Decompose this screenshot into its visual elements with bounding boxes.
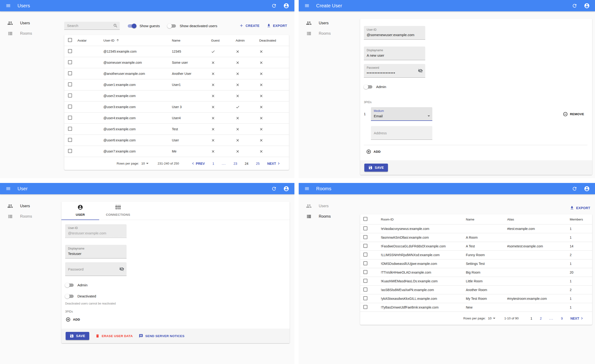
- room-row[interactable]: !TyBasDmweIJdfFaeBmk:example.comNew1: [360, 303, 592, 312]
- menu-icon[interactable]: [5, 186, 11, 192]
- prev-page-button[interactable]: PREV: [191, 161, 205, 166]
- row-checkbox[interactable]: [68, 127, 72, 131]
- erase-user-data-button[interactable]: ERASE USER DATA: [95, 334, 133, 338]
- user-row[interactable]: @12345:example.com12345: [64, 46, 289, 57]
- room-row[interactable]: !LLIMSSNHrhRjsdWNXsd:example.comFunny Ro…: [360, 251, 592, 259]
- page-button[interactable]: 23: [234, 162, 237, 166]
- save-button[interactable]: SAVE: [364, 164, 388, 172]
- visibility-off-icon[interactable]: [119, 266, 124, 273]
- medium-select[interactable]: Medium Email: [371, 107, 432, 121]
- deactivated-toggle[interactable]: Deactivated: [66, 294, 285, 298]
- row-checkbox[interactable]: [68, 82, 72, 86]
- row-checkbox[interactable]: [363, 287, 367, 292]
- refresh-icon[interactable]: [271, 3, 277, 9]
- room-row[interactable]: !eVasdacvxysewus:example.com#test:exampl…: [360, 224, 592, 233]
- menu-icon[interactable]: [5, 3, 11, 9]
- search-field[interactable]: [64, 22, 120, 30]
- switch[interactable]: [66, 284, 74, 287]
- displayname-field[interactable]: Displayname Testuser: [65, 245, 127, 259]
- row-checkbox[interactable]: [363, 226, 367, 230]
- col-guest[interactable]: Guest: [209, 35, 233, 46]
- visibility-off-icon[interactable]: [418, 68, 423, 74]
- row-checkbox[interactable]: [363, 296, 367, 300]
- show-guests-toggle[interactable]: Show guests: [128, 24, 160, 28]
- row-checkbox[interactable]: [363, 244, 367, 248]
- tab-user[interactable]: USER: [61, 204, 99, 220]
- send-server-notices-button[interactable]: SEND SERVER NOTICES: [139, 334, 184, 338]
- user-id-field[interactable]: User-ID @somenewuser:example.com: [364, 26, 425, 40]
- switch[interactable]: [66, 294, 74, 298]
- menu-icon[interactable]: [304, 3, 310, 9]
- rows-per-page-select[interactable]: 10: [141, 162, 149, 165]
- export-button[interactable]: EXPORT: [265, 22, 289, 29]
- create-button[interactable]: CREATE: [237, 22, 261, 29]
- select-all-checkbox[interactable]: [68, 38, 72, 42]
- row-checkbox[interactable]: [68, 71, 72, 75]
- sidebar-item-users[interactable]: Users: [0, 18, 61, 28]
- room-row[interactable]: !TTnIslkHHweOLAD:example.comBig Room20: [360, 268, 592, 277]
- user-row[interactable]: @user1:example.comUser1: [64, 79, 289, 91]
- rows-per-page-select[interactable]: 10: [488, 316, 495, 320]
- sidebar-item-rooms[interactable]: Rooms: [0, 211, 61, 222]
- user-row[interactable]: @user7:example.comMe: [64, 146, 289, 157]
- row-checkbox[interactable]: [363, 279, 367, 283]
- sidebar-item-rooms[interactable]: Rooms: [299, 211, 360, 222]
- save-button[interactable]: SAVE: [66, 332, 89, 340]
- page-button[interactable]: 25: [256, 162, 260, 166]
- switch[interactable]: [364, 85, 372, 89]
- room-row[interactable]: !asSBSlsdWEvaXwPk:example.comAnother Roo…: [360, 286, 592, 294]
- displayname-field[interactable]: Displayname A new user: [364, 47, 425, 60]
- col-members[interactable]: Members: [567, 214, 592, 224]
- col-name[interactable]: Name: [463, 214, 505, 224]
- row-checkbox[interactable]: [68, 93, 72, 98]
- page-button[interactable]: 1: [212, 162, 214, 166]
- switch[interactable]: [168, 24, 176, 28]
- switch[interactable]: [128, 24, 136, 28]
- col-admin[interactable]: Admin: [233, 35, 257, 46]
- row-checkbox[interactable]: [68, 149, 72, 153]
- refresh-icon[interactable]: [571, 3, 578, 9]
- col-room-id[interactable]: Room-ID: [378, 214, 463, 224]
- admin-toggle[interactable]: Admin: [66, 283, 285, 287]
- sidebar-item-rooms[interactable]: Rooms: [0, 28, 61, 39]
- tab-connections[interactable]: CONNECTIONS: [99, 204, 137, 220]
- row-checkbox[interactable]: [363, 270, 367, 274]
- account-icon[interactable]: [584, 3, 590, 9]
- admin-toggle[interactable]: Admin: [364, 85, 588, 89]
- row-checkbox[interactable]: [68, 49, 72, 53]
- row-checkbox[interactable]: [68, 105, 72, 109]
- account-icon[interactable]: [283, 3, 289, 9]
- address-field[interactable]: Address: [371, 126, 432, 140]
- sidebar-item-users[interactable]: Users: [299, 201, 360, 211]
- account-icon[interactable]: [584, 186, 590, 192]
- user-row[interactable]: @user2:example.com: [64, 91, 289, 102]
- next-page-button[interactable]: NEXT: [267, 161, 281, 166]
- menu-icon[interactable]: [304, 186, 310, 192]
- col-deactivated[interactable]: Deactivated: [257, 35, 289, 46]
- col-user-id[interactable]: User-ID: [101, 35, 170, 46]
- user-row[interactable]: @user6:example.comUser: [64, 135, 289, 146]
- row-checkbox[interactable]: [68, 138, 72, 142]
- page-button[interactable]: 9: [561, 316, 563, 320]
- row-checkbox[interactable]: [363, 252, 367, 257]
- password-field[interactable]: Password: [65, 262, 127, 276]
- row-checkbox[interactable]: [68, 60, 72, 64]
- room-row[interactable]: !ykAStwxasdwsKkxGILL:example.comMy Test …: [360, 294, 592, 303]
- add-threepid-button[interactable]: ADD: [366, 149, 381, 154]
- room-row[interactable]: !KuasNWEMasdHasLOs:example.comLittle Roo…: [360, 277, 592, 286]
- col-avatar[interactable]: Avatar: [75, 35, 101, 46]
- remove-threepid-button[interactable]: REMOVE: [563, 112, 584, 117]
- select-all-checkbox[interactable]: [363, 217, 367, 221]
- sidebar-item-users[interactable]: Users: [0, 201, 61, 211]
- show-deactivated-toggle[interactable]: Show deactivated users: [168, 24, 217, 28]
- row-checkbox[interactable]: [363, 235, 367, 239]
- user-row[interactable]: @user5:example.comTest: [64, 124, 289, 135]
- sidebar-item-users[interactable]: Users: [299, 18, 360, 28]
- user-row[interactable]: @someuser:example.comSome user: [64, 57, 289, 68]
- room-row[interactable]: !FasdweDssccaGLdsFRddsOl:example.comA Te…: [360, 242, 592, 251]
- sidebar-item-rooms[interactable]: Rooms: [299, 28, 360, 39]
- row-checkbox[interactable]: [68, 116, 72, 120]
- page-button[interactable]: 2: [540, 316, 542, 320]
- user-row[interactable]: @anotheruser:example.comAnother User: [64, 68, 289, 79]
- row-checkbox[interactable]: [363, 261, 367, 265]
